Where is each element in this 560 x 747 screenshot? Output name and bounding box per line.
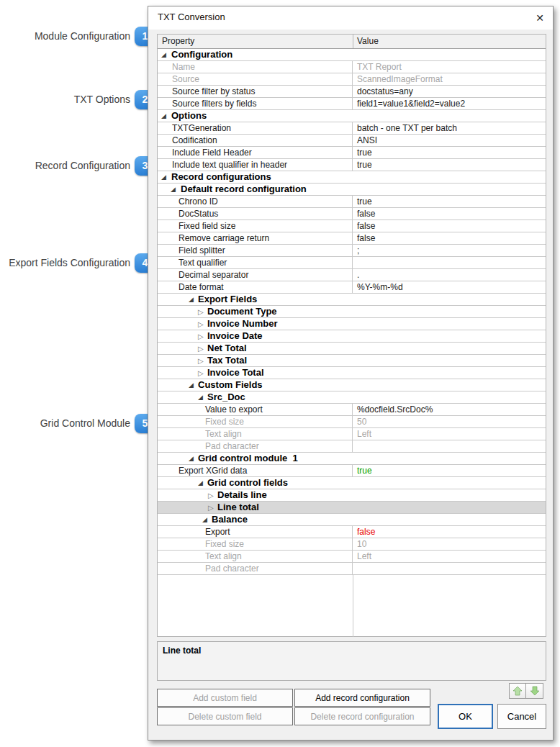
grid-category-row[interactable]: ◢Options bbox=[158, 110, 546, 122]
grid-property-row[interactable]: SourceScannedImageFormat bbox=[158, 73, 546, 86]
grid-property-row[interactable]: NameTXT Report bbox=[158, 61, 546, 73]
grid-property-row[interactable]: Text alignLeft bbox=[158, 551, 546, 563]
property-value-cell[interactable]: batch - one TXT per batch bbox=[353, 122, 546, 134]
grid-property-row[interactable]: Chrono IDtrue bbox=[158, 196, 546, 208]
grid-category-row[interactable]: ◢Custom Fields bbox=[158, 379, 546, 391]
grid-category-row[interactable]: ◢Grid control fields bbox=[158, 477, 546, 489]
add-record-configuration-button[interactable]: Add record configuration bbox=[294, 689, 430, 707]
grid-property-row[interactable]: Include Field Headertrue bbox=[158, 147, 546, 159]
grid-property-row[interactable]: Value to export%docfield.SrcDoc% bbox=[158, 404, 546, 416]
grid-category-row[interactable]: ◢Record configurations bbox=[158, 171, 546, 184]
property-value-cell[interactable]: Left bbox=[353, 551, 546, 562]
expand-icon[interactable]: ▷ bbox=[198, 331, 204, 342]
grid-property-row[interactable]: DocStatusfalse bbox=[158, 208, 546, 220]
grid-property-row[interactable]: Exportfalse bbox=[158, 526, 546, 538]
grid-category-row[interactable]: ◢Balance bbox=[158, 514, 546, 526]
collapse-icon[interactable]: ◢ bbox=[189, 453, 194, 464]
collapse-icon[interactable]: ◢ bbox=[161, 50, 166, 60]
collapse-icon[interactable]: ◢ bbox=[161, 172, 166, 183]
collapse-icon[interactable]: ◢ bbox=[189, 294, 194, 305]
expand-icon[interactable]: ▷ bbox=[198, 356, 204, 366]
grid-category-row[interactable]: ◢Grid control module 1 bbox=[158, 453, 546, 465]
grid-category-row[interactable]: ▷Net Total bbox=[158, 343, 546, 355]
move-down-button[interactable] bbox=[526, 683, 543, 699]
property-value-cell[interactable]: true bbox=[353, 196, 546, 207]
property-value-cell[interactable]: %docfield.SrcDoc% bbox=[353, 404, 546, 415]
close-icon[interactable]: ✕ bbox=[531, 9, 548, 27]
cancel-button[interactable]: Cancel bbox=[497, 704, 546, 729]
property-value-cell[interactable]: . bbox=[353, 269, 546, 281]
property-value-cell[interactable] bbox=[353, 563, 546, 574]
title-bar[interactable]: TXT Conversion ✕ bbox=[148, 6, 553, 30]
ok-button[interactable]: OK bbox=[438, 704, 493, 729]
move-up-button[interactable] bbox=[509, 683, 526, 699]
grid-category-row[interactable]: ▷Invoice Total bbox=[158, 367, 546, 379]
grid-category-row[interactable]: ▷Invoice Date bbox=[158, 330, 546, 343]
grid-property-row[interactable]: TXTGenerationbatch - one TXT per batch bbox=[158, 122, 546, 135]
grid-property-row[interactable]: Text qualifier bbox=[158, 257, 546, 269]
delete-record-configuration-button[interactable]: Delete record configuration bbox=[294, 707, 430, 725]
property-value-cell[interactable]: true bbox=[353, 147, 546, 158]
property-value-cell[interactable]: ; bbox=[353, 245, 546, 256]
property-value-cell[interactable]: false bbox=[353, 220, 546, 232]
expand-icon[interactable]: ▷ bbox=[198, 368, 204, 379]
property-name-cell: Decimal separator bbox=[158, 269, 353, 281]
grid-property-row[interactable]: Date format%Y-%m-%d bbox=[158, 281, 546, 294]
grid-property-row[interactable]: Source filter by statusdocstatus=any bbox=[158, 86, 546, 98]
column-divider[interactable] bbox=[353, 35, 353, 48]
expand-icon[interactable]: ▷ bbox=[208, 502, 214, 513]
grid-property-row[interactable]: Decimal separator. bbox=[158, 269, 546, 281]
property-value-cell[interactable]: ScannedImageFormat bbox=[353, 73, 546, 85]
grid-property-row[interactable]: Fixed size10 bbox=[158, 538, 546, 551]
grid-property-row[interactable]: CodificationANSI bbox=[158, 135, 546, 147]
expand-icon[interactable]: ▷ bbox=[198, 319, 204, 330]
grid-category-row[interactable]: ◢Default record configuration bbox=[158, 184, 546, 196]
grid-category-row[interactable]: ◢Src_Doc bbox=[158, 391, 546, 404]
grid-category-row[interactable]: ◢Export Fields bbox=[158, 294, 546, 306]
grid-property-row[interactable]: Field splitter; bbox=[158, 245, 546, 257]
property-value-cell[interactable]: docstatus=any bbox=[353, 86, 546, 97]
delete-custom-field-button[interactable]: Delete custom field bbox=[157, 707, 293, 725]
grid-category-row[interactable]: ▷Line total bbox=[158, 502, 546, 514]
property-value-cell[interactable]: false bbox=[353, 232, 546, 244]
add-custom-field-button[interactable]: Add custom field bbox=[157, 689, 293, 707]
grid-property-row[interactable]: Fixed field sizefalse bbox=[158, 220, 546, 232]
grid-category-row[interactable]: ▷Tax Total bbox=[158, 355, 546, 367]
grid-property-row[interactable]: Fixed size50 bbox=[158, 416, 546, 428]
column-header-property[interactable]: Property bbox=[162, 35, 194, 48]
property-value-cell[interactable]: %Y-%m-%d bbox=[353, 281, 546, 293]
property-value-cell[interactable] bbox=[353, 257, 546, 268]
grid-property-row[interactable]: Text alignLeft bbox=[158, 428, 546, 440]
property-value-cell[interactable]: 10 bbox=[353, 538, 546, 550]
grid-property-row[interactable]: Source filters by fieldsfield1=value1&fi… bbox=[158, 98, 546, 110]
grid-property-row[interactable]: Pad character bbox=[158, 563, 546, 575]
grid-property-row[interactable]: Remove carriage returnfalse bbox=[158, 232, 546, 245]
grid-property-row[interactable]: Pad character bbox=[158, 440, 546, 453]
property-value-cell[interactable]: TXT Report bbox=[353, 61, 546, 73]
expand-icon[interactable]: ▷ bbox=[198, 307, 204, 317]
grid-category-row[interactable]: ▷Invoice Number bbox=[158, 318, 546, 330]
grid-category-row[interactable]: ▷Document Type bbox=[158, 306, 546, 318]
column-header-value[interactable]: Value bbox=[357, 35, 379, 48]
grid-category-row[interactable]: ◢Configuration bbox=[158, 49, 546, 61]
property-value-cell[interactable]: true bbox=[353, 159, 546, 171]
collapse-icon[interactable]: ◢ bbox=[189, 380, 194, 391]
property-value-cell[interactable]: ANSI bbox=[353, 135, 546, 146]
collapse-icon[interactable]: ◢ bbox=[198, 392, 203, 403]
property-value-cell[interactable] bbox=[353, 440, 546, 452]
collapse-icon[interactable]: ◢ bbox=[161, 111, 166, 122]
expand-icon[interactable]: ▷ bbox=[208, 490, 214, 501]
property-value-cell[interactable]: true bbox=[353, 465, 546, 476]
grid-property-row[interactable]: Export XGrid datatrue bbox=[158, 465, 546, 477]
collapse-icon[interactable]: ◢ bbox=[202, 515, 207, 525]
property-value-cell[interactable]: false bbox=[353, 208, 546, 219]
collapse-icon[interactable]: ◢ bbox=[198, 478, 203, 489]
expand-icon[interactable]: ▷ bbox=[198, 343, 204, 354]
property-value-cell[interactable]: field1=value1&field2=value2 bbox=[353, 98, 546, 109]
grid-property-row[interactable]: Include text qualifier in headertrue bbox=[158, 159, 546, 171]
property-value-cell[interactable]: Left bbox=[353, 428, 546, 440]
collapse-icon[interactable]: ◢ bbox=[171, 184, 176, 195]
grid-category-row[interactable]: ▷Details line bbox=[158, 489, 546, 502]
property-value-cell[interactable]: 50 bbox=[353, 416, 546, 427]
property-value-cell[interactable]: false bbox=[353, 526, 546, 538]
